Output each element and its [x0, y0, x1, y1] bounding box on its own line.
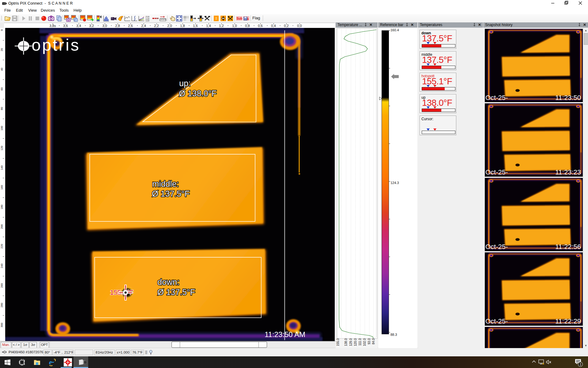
svg-text:Ø 138.0°F: Ø 138.0°F	[179, 89, 217, 98]
svg-text:Ø 137.5°F: Ø 137.5°F	[157, 288, 195, 297]
svg-text:1: 1	[580, 362, 582, 366]
svg-text:Ø 137.5°F: Ø 137.5°F	[152, 189, 190, 198]
svg-text:up:: up:	[179, 79, 191, 88]
svg-text:110: 110	[145, 20, 149, 22]
svg-text:11:23:50 AM: 11:23:50 AM	[265, 330, 305, 339]
svg-text:Sub: Sub	[237, 17, 243, 20]
svg-text:middle:: middle:	[152, 179, 179, 189]
svg-text:down:: down:	[157, 278, 179, 287]
svg-text:b: b	[247, 17, 249, 21]
svg-text:optris: optris	[32, 36, 80, 54]
